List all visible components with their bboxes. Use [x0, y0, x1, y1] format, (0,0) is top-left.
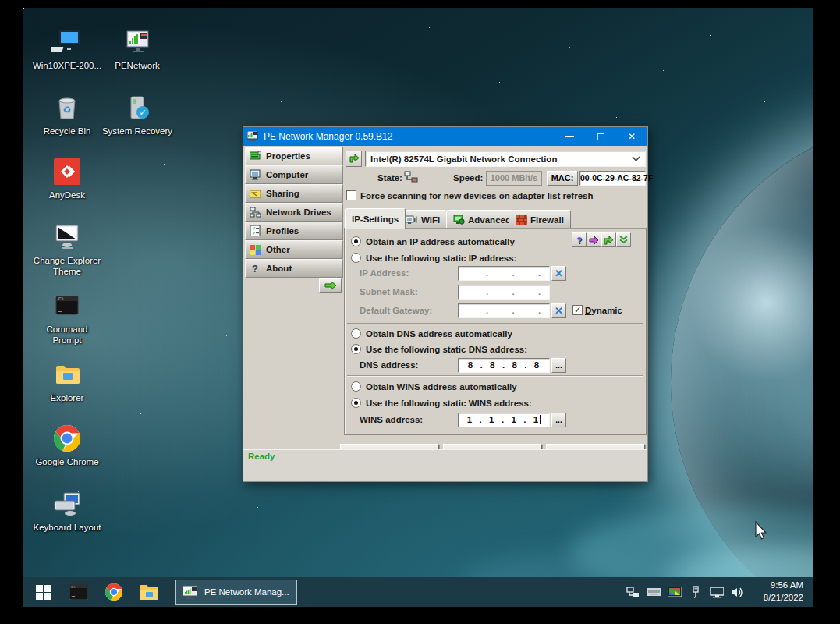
- desktop-icon-keyboard-layout[interactable]: Keyboard Layout: [31, 488, 103, 533]
- taskbar-clock[interactable]: 9:56 AM 8/21/2022: [752, 580, 806, 604]
- default-gateway-field[interactable]: . . .: [458, 303, 550, 318]
- minimize-button[interactable]: [554, 127, 585, 146]
- tab-firewall[interactable]: Firewall: [509, 210, 571, 229]
- force-scan-checkbox[interactable]: [346, 190, 356, 200]
- sidebar-item-about[interactable]: ? About: [245, 259, 343, 278]
- close-button[interactable]: ✕: [616, 127, 647, 146]
- expand-button[interactable]: [616, 232, 631, 247]
- start-button[interactable]: [26, 577, 61, 607]
- desktop-icon-label: Recycle Bin: [31, 126, 103, 136]
- tab-label: Firewall: [530, 215, 564, 225]
- mac-value-field: 00-0C-29-AC-82-7F: [579, 171, 646, 186]
- desktop-icon-label: PENetwork: [101, 60, 173, 71]
- sidebar-item-properties[interactable]: Properties: [245, 147, 343, 165]
- use-static-wins-radio[interactable]: [351, 398, 361, 408]
- green-arrow-icon: [324, 282, 337, 289]
- recycle-bin-icon: ♻: [51, 92, 83, 123]
- clock-date: 8/21/2022: [752, 592, 803, 604]
- theme-monitor-icon: [51, 222, 83, 253]
- dynamic-label: Dynamic: [585, 306, 622, 315]
- tray-display-icon[interactable]: [710, 585, 724, 599]
- desktop-icon-google-chrome[interactable]: Google Chrome: [31, 423, 103, 467]
- sidebar-item-other[interactable]: Other: [245, 240, 343, 259]
- adapter-combobox[interactable]: Intel(R) 82574L Gigabit Network Connecti…: [365, 151, 646, 167]
- help-button[interactable]: ?: [572, 232, 587, 247]
- state-label: State:: [377, 173, 402, 183]
- sidebar-item-profiles[interactable]: ✓✓ Profiles: [245, 222, 343, 240]
- check-icon: ✓: [574, 305, 581, 315]
- text-caret: [540, 415, 541, 424]
- desktop-icon-system-recovery[interactable]: ✓ System Recovery: [101, 92, 173, 136]
- tray-display-color-icon[interactable]: [668, 585, 682, 599]
- clear-gateway-button[interactable]: ✕: [551, 303, 566, 318]
- tray-volume-icon[interactable]: [731, 585, 745, 599]
- obtain-dns-auto-radio[interactable]: [351, 328, 361, 339]
- subnet-mask-field[interactable]: . . .: [458, 285, 550, 300]
- computer-icon: [250, 169, 261, 180]
- chrome-icon: [51, 423, 83, 454]
- desktop-icon-change-explorer-theme[interactable]: Change Explorer Theme: [31, 222, 103, 278]
- maximize-button[interactable]: [585, 127, 616, 146]
- desktop-icon-command-prompt[interactable]: C:\_ Command Prompt: [31, 290, 103, 346]
- tray-keyboard-icon[interactable]: [647, 585, 661, 599]
- wifi-icon: [406, 215, 418, 225]
- dynamic-checkbox[interactable]: ✓: [572, 305, 583, 315]
- desktop-icon-recycle-bin[interactable]: ♻ Recycle Bin: [31, 92, 103, 136]
- section-divider: [347, 323, 643, 324]
- app-icon: [247, 131, 260, 142]
- desktop-icon-penetwork[interactable]: PENetwork: [101, 27, 173, 71]
- refresh-adapter-button[interactable]: [346, 151, 362, 167]
- svg-text:✓: ✓: [139, 108, 146, 117]
- system-tray: 9:56 AM 8/21/2022: [626, 580, 813, 604]
- minimize-icon: [565, 136, 574, 137]
- dns-browse-button[interactable]: ...: [551, 358, 566, 373]
- wallpaper-stars: [23, 8, 24, 9]
- sharing-icon: [250, 188, 261, 199]
- network-monitor-icon: [182, 585, 199, 600]
- dns-address-field[interactable]: 8 . 8 . 8 . 8: [458, 358, 550, 373]
- clear-ip-button[interactable]: ✕: [551, 266, 566, 281]
- taskbar-explorer-button[interactable]: [131, 577, 166, 607]
- taskbar-command-prompt-button[interactable]: C:\_: [61, 577, 96, 607]
- window-title: PE Network Manager 0.59.B12: [264, 131, 392, 142]
- sidebar-next-button[interactable]: [319, 278, 342, 292]
- desktop-icon-label: Explorer: [31, 392, 103, 403]
- wins-address-field[interactable]: 1 . 1 . 1 . 1: [458, 413, 550, 427]
- obtain-wins-auto-radio[interactable]: [351, 381, 361, 392]
- use-static-dns-radio[interactable]: [351, 344, 361, 354]
- use-static-ip-radio[interactable]: [351, 253, 361, 263]
- sidebar-item-computer[interactable]: Computer: [245, 165, 343, 184]
- desktop-icon-label: Change Explorer Theme: [31, 255, 103, 278]
- double-chevron-down-icon: [619, 236, 628, 244]
- sidebar-item-network-drives[interactable]: Network Drives: [245, 203, 343, 222]
- refresh-ip-button[interactable]: [601, 232, 616, 247]
- ip-toolbar: ?: [572, 232, 631, 247]
- tab-wifi[interactable]: WiFi: [399, 210, 447, 229]
- taskbar-chrome-button[interactable]: [96, 577, 131, 607]
- tray-network-icon[interactable]: [626, 585, 640, 599]
- taskbar-task-pe-network-manager[interactable]: PE Network Manag...: [175, 580, 297, 604]
- sidebar-item-label: About: [266, 264, 292, 273]
- tab-label: WiFi: [421, 215, 440, 225]
- ip-address-field[interactable]: . . .: [458, 266, 550, 281]
- speed-label: Speed:: [453, 173, 483, 183]
- svg-text:_: _: [71, 590, 75, 597]
- sidebar-item-label: Profiles: [266, 226, 299, 236]
- wins-browse-button[interactable]: ...: [551, 413, 566, 427]
- window-titlebar[interactable]: PE Network Manager 0.59.B12 ✕: [243, 127, 647, 146]
- command-prompt-icon: C:\_: [51, 290, 83, 321]
- adapter-combobox-value: Intel(R) 82574L Gigabit Network Connecti…: [370, 154, 632, 164]
- force-scan-label: Force scanning for new devices on adapte…: [360, 191, 593, 200]
- tab-advanced[interactable]: Advanced: [446, 210, 518, 229]
- desktop-icon-explorer[interactable]: Explorer: [31, 359, 103, 403]
- taskbar: C:\_ PE Network Manag...: [23, 577, 813, 607]
- clock-time: 9:56 AM: [752, 580, 803, 592]
- mac-button[interactable]: MAC:: [547, 171, 578, 186]
- obtain-ip-auto-radio[interactable]: [351, 236, 361, 246]
- tray-usb-icon[interactable]: [689, 585, 703, 599]
- apply-ip-button[interactable]: [587, 232, 601, 247]
- sidebar-item-sharing[interactable]: Sharing: [245, 184, 343, 203]
- desktop-icon-win10xpe[interactable]: Win10XPE-200...: [31, 27, 103, 71]
- tab-ip-settings[interactable]: IP-Settings: [345, 208, 406, 229]
- desktop-icon-anydesk[interactable]: AnyDesk: [31, 156, 103, 200]
